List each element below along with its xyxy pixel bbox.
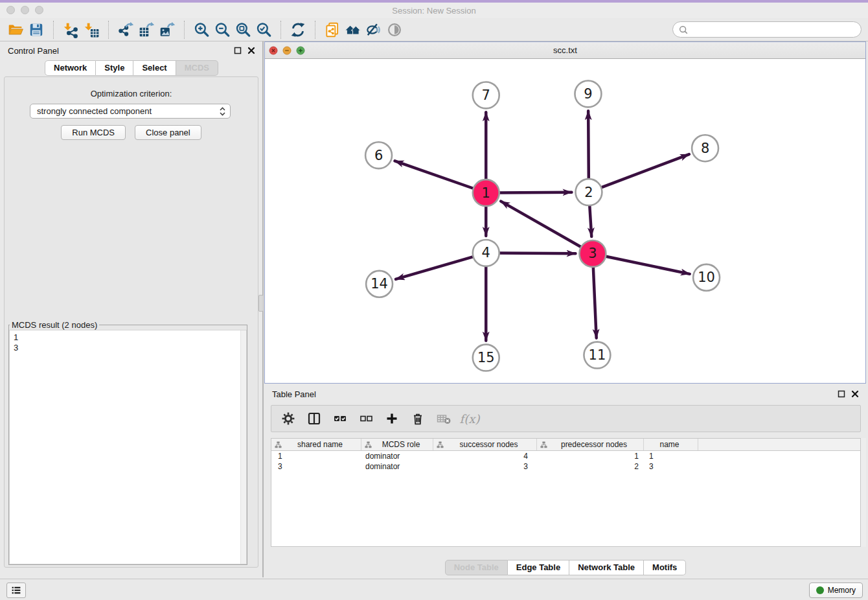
stepper-icon	[219, 106, 226, 117]
cell-mcds-role[interactable]: dominator	[361, 452, 433, 461]
mcds-result-legend: MCDS result (2 nodes)	[10, 320, 99, 330]
cell-successor-nodes[interactable]: 3	[433, 462, 537, 471]
hidden-eye-icon	[365, 21, 382, 38]
column-header-mcds-role[interactable]: MCDS role	[361, 439, 433, 450]
graph-edge-3-10[interactable]	[604, 256, 690, 274]
cell-shared-name[interactable]: 1	[271, 452, 361, 461]
cell-name[interactable]: 1	[644, 452, 698, 461]
import-table-button[interactable]	[81, 20, 102, 40]
tab-network[interactable]: Network	[45, 60, 96, 76]
tree-icon	[365, 441, 372, 448]
criterion-dropdown[interactable]: strongly connected component	[30, 104, 231, 119]
table-scrollbar[interactable]	[861, 438, 866, 547]
mcds-panel-body: Optimization criterion: strongly connect…	[4, 76, 258, 568]
graph-edge-4-14[interactable]	[396, 257, 475, 279]
table-header-row: shared name MCDS role successor nodes pr…	[271, 439, 860, 451]
cell-predecessor-nodes[interactable]: 2	[537, 462, 644, 471]
eye-button[interactable]	[384, 20, 405, 40]
graph-edge-2-8[interactable]	[600, 154, 689, 188]
deselect-all-columns-button[interactable]	[354, 409, 378, 428]
task-history-button[interactable]	[6, 583, 26, 598]
close-panel-button[interactable]: Close panel	[135, 125, 201, 140]
panel-divider-handle[interactable]	[258, 295, 264, 312]
graph-edge-3-1[interactable]	[501, 202, 582, 248]
export-table-button[interactable]	[136, 20, 157, 40]
tab-edge-table[interactable]: Edge Table	[508, 560, 569, 575]
float-panel-icon[interactable]	[838, 390, 845, 398]
network-graph[interactable]: 7968124314101511	[265, 59, 865, 383]
cell-shared-name[interactable]: 3	[271, 462, 361, 471]
window-titlebar: Session: New Session	[0, 0, 868, 18]
tab-style[interactable]: Style	[96, 60, 133, 76]
main-toolbar	[0, 18, 868, 41]
column-header-shared-name[interactable]: shared name	[271, 439, 361, 450]
tree-icon	[275, 441, 282, 448]
tab-select[interactable]: Select	[133, 60, 176, 76]
table-row[interactable]: 3 dominator 3 2 3	[271, 461, 860, 472]
zoom-selected-button[interactable]	[253, 20, 274, 40]
graph-node-label-7: 7	[482, 87, 490, 103]
zoom-in-icon	[193, 21, 210, 38]
delete-column-button[interactable]	[406, 409, 429, 428]
tree-icon	[540, 441, 547, 448]
tree-icon	[437, 441, 444, 448]
export-network-button[interactable]	[115, 20, 136, 40]
network-file-button[interactable]	[322, 20, 343, 40]
search-input[interactable]	[689, 23, 861, 36]
search-box[interactable]	[672, 21, 862, 38]
graph-edge-2-9[interactable]	[588, 111, 589, 180]
column-header-successor-nodes[interactable]: successor nodes	[433, 439, 537, 450]
cell-successor-nodes[interactable]: 4	[433, 452, 537, 461]
tab-motifs[interactable]: Motifs	[644, 560, 686, 575]
zoom-out-button[interactable]	[212, 20, 233, 40]
save-session-icon	[28, 21, 45, 38]
delete-table-button[interactable]	[432, 409, 455, 428]
close-panel-icon[interactable]	[851, 390, 859, 398]
refresh-layout-button[interactable]	[288, 20, 308, 40]
split-view-button[interactable]	[303, 409, 326, 428]
zoom-in-button[interactable]	[191, 20, 212, 40]
network-window-titlebar[interactable]: scc.txt	[265, 42, 865, 59]
graph-edge-4-3[interactable]	[498, 253, 576, 254]
titlebar-accent	[0, 0, 868, 3]
hidden-eye-button[interactable]	[363, 20, 384, 40]
optimization-criterion-label: Optimization criterion:	[5, 89, 258, 98]
graph-edge-1-6[interactable]	[395, 161, 475, 189]
result-scrollbar[interactable]	[240, 330, 246, 564]
toolbar-separator	[280, 21, 281, 39]
network-canvas[interactable]: 7968124314101511	[265, 59, 865, 383]
graph-edge-3-11[interactable]	[593, 266, 597, 338]
cell-name[interactable]: 3	[644, 462, 698, 471]
import-network-button[interactable]	[60, 20, 81, 40]
select-all-columns-button[interactable]	[328, 409, 352, 428]
table-toolbar: f(x)	[271, 405, 861, 432]
memory-button[interactable]: Memory	[809, 583, 863, 598]
tab-node-table[interactable]: Node Table	[445, 560, 508, 575]
cell-predecessor-nodes[interactable]: 1	[537, 452, 644, 461]
close-panel-icon[interactable]	[247, 47, 255, 54]
tab-mcds[interactable]: MCDS	[176, 60, 218, 76]
export-image-button[interactable]	[157, 20, 177, 40]
column-header-name[interactable]: name	[644, 439, 698, 450]
add-column-button[interactable]	[380, 409, 404, 428]
cell-mcds-role[interactable]: dominator	[361, 462, 433, 471]
column-header-predecessor-nodes[interactable]: predecessor nodes	[537, 439, 644, 450]
toolbar-separator	[108, 21, 109, 39]
graph-edge-2-3[interactable]	[589, 204, 591, 237]
graph-node-label-2: 2	[584, 185, 593, 200]
tab-network-table[interactable]: Network Table	[569, 560, 644, 575]
table-settings-button[interactable]	[277, 409, 300, 428]
function-builder-button[interactable]: f(x)	[458, 409, 481, 428]
graph-edge-1-2[interactable]	[498, 192, 572, 193]
graph-node-label-14: 14	[371, 276, 388, 292]
home-button[interactable]	[343, 20, 363, 40]
table-row[interactable]: 1 dominator 4 1 1	[271, 451, 860, 461]
float-panel-icon[interactable]	[234, 47, 242, 54]
zoom-fit-button[interactable]	[233, 20, 253, 40]
mcds-result-text[interactable]: 1 3	[9, 330, 247, 564]
open-session-button[interactable]	[5, 20, 26, 40]
node-table[interactable]: shared name MCDS role successor nodes pr…	[271, 438, 861, 547]
save-session-button[interactable]	[26, 20, 47, 40]
deselect-all-icon	[358, 411, 374, 426]
run-mcds-button[interactable]: Run MCDS	[61, 125, 126, 140]
